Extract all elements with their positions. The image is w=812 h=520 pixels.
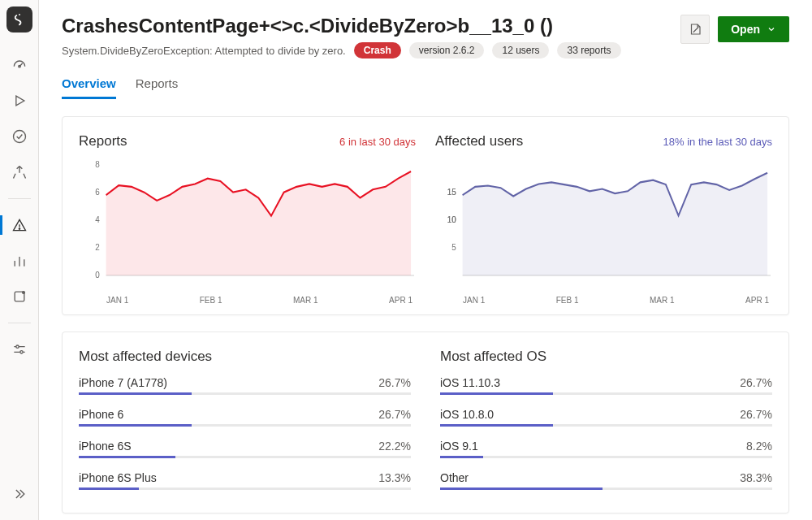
users-chart-title: Affected users (435, 133, 523, 150)
check-circle-icon (11, 128, 28, 145)
exception-text: System.DivideByZeroException: Attempted … (62, 45, 346, 57)
bar-pct: 38.3% (740, 471, 772, 484)
reports-chart-subtitle: 6 in last 30 days (339, 136, 416, 148)
app-logo[interactable] (6, 6, 32, 32)
bar-row: iOS 10.8.026.7% (440, 408, 772, 427)
bar-name: iPhone 6S Plus (79, 471, 157, 484)
open-button-label: Open (731, 23, 760, 36)
bar-pct: 26.7% (740, 376, 772, 389)
bar-row: iOS 11.10.326.7% (440, 376, 772, 395)
nav-diagnostics[interactable] (3, 209, 36, 241)
chevron-down-icon (767, 24, 776, 34)
devices-title: Most affected devices (79, 349, 411, 365)
bar-row: iPhone 6S22.2% (79, 440, 411, 458)
users-badge: 12 users (492, 42, 549, 58)
svg-point-5 (15, 345, 18, 348)
os-title: Most affected OS (440, 349, 772, 365)
affected-card: Most affected devices iPhone 7 (A1778)26… (62, 332, 789, 514)
nav-push[interactable] (3, 280, 36, 313)
os-block: Most affected OS iOS 11.10.326.7%iOS 10.… (440, 349, 772, 503)
nav-test[interactable] (3, 120, 36, 153)
bar-pct: 13.3% (378, 471, 411, 484)
devices-block: Most affected devices iPhone 7 (A1778)26… (79, 349, 411, 503)
nav-analytics[interactable] (3, 245, 36, 277)
tab-overview[interactable]: Overview (62, 76, 116, 99)
nav-dashboard[interactable] (3, 49, 36, 81)
sidebar (0, 0, 39, 520)
svg-text:2: 2 (95, 243, 100, 252)
svg-text:6: 6 (95, 188, 100, 197)
os-list: iOS 11.10.326.7%iOS 10.8.026.7%iOS 9.18.… (440, 376, 772, 490)
main-content: CrashesContentPage+<>c.<DivideByZero>b__… (39, 0, 812, 520)
reports-x-axis: JAN 1FEB 1MAR 1APR 1 (79, 291, 416, 305)
bar-row: iPhone 7 (A1778)26.7% (79, 376, 411, 395)
nav-collapse[interactable] (3, 478, 36, 510)
bar-name: iOS 11.10.3 (440, 376, 500, 389)
bar-pct: 26.7% (740, 408, 772, 421)
bar-pct: 8.2% (746, 440, 772, 453)
users-x-axis: JAN 1FEB 1MAR 1APR 1 (435, 291, 772, 305)
bar-row: iOS 9.18.2% (440, 440, 772, 458)
svg-text:10: 10 (447, 215, 456, 224)
svg-point-4 (21, 291, 24, 294)
annotate-button[interactable] (680, 15, 710, 44)
reports-badge: 33 reports (557, 42, 620, 58)
distribute-icon (11, 164, 28, 180)
bar-name: iPhone 7 (A1778) (79, 376, 167, 389)
users-chart: Affected users 18% in the last 30 days 5… (435, 133, 772, 305)
reports-chart-title: Reports (79, 133, 127, 150)
bar-name: iOS 10.8.0 (440, 408, 494, 421)
devices-list: iPhone 7 (A1778)26.7%iPhone 626.7%iPhone… (79, 376, 411, 490)
svg-text:5: 5 (451, 243, 456, 252)
tab-reports[interactable]: Reports (136, 76, 179, 99)
bar-name: Other (440, 471, 469, 484)
bar-name: iOS 9.1 (440, 440, 478, 453)
bar-pct: 26.7% (378, 376, 411, 389)
bar-name: iPhone 6 (79, 408, 123, 421)
sliders-icon (11, 341, 28, 358)
bar-row: iPhone 626.7% (79, 408, 411, 427)
svg-text:0: 0 (95, 271, 100, 280)
page-title: CrashesContentPage+<>c.<DivideByZero>b__… (62, 15, 621, 37)
bar-name: iPhone 6S (79, 440, 132, 453)
gauge-icon (11, 57, 28, 73)
play-icon (11, 93, 28, 109)
nav-distribute[interactable] (3, 156, 36, 188)
users-chart-subtitle: 18% in the last 30 days (663, 136, 772, 148)
nav-settings[interactable] (3, 333, 36, 366)
users-chart-svg: 510151510 (435, 158, 772, 288)
note-icon (688, 22, 702, 37)
svg-text:15: 15 (447, 188, 456, 197)
bar-chart-icon (11, 253, 28, 269)
chevrons-right-icon (11, 486, 28, 502)
svg-point-2 (19, 228, 19, 229)
svg-point-6 (19, 351, 22, 353)
svg-point-1 (13, 131, 25, 143)
open-button[interactable]: Open (718, 16, 789, 42)
svg-text:8: 8 (95, 159, 100, 168)
tabs: Overview Reports (62, 76, 789, 100)
reports-chart: Reports 6 in last 30 days 02468 JAN 1FEB… (79, 133, 416, 305)
warning-icon (11, 217, 28, 233)
svg-text:4: 4 (95, 215, 100, 224)
crash-badge: Crash (354, 42, 401, 58)
nav-build[interactable] (3, 84, 36, 117)
version-badge: version 2.6.2 (409, 42, 485, 58)
bar-row: iPhone 6S Plus13.3% (79, 471, 411, 490)
bar-pct: 26.7% (378, 408, 411, 421)
reports-chart-svg: 02468 (79, 158, 416, 288)
push-icon (11, 288, 28, 305)
bar-row: Other38.3% (440, 471, 772, 490)
charts-card: Reports 6 in last 30 days 02468 JAN 1FEB… (62, 116, 789, 315)
bar-pct: 22.2% (378, 440, 411, 453)
